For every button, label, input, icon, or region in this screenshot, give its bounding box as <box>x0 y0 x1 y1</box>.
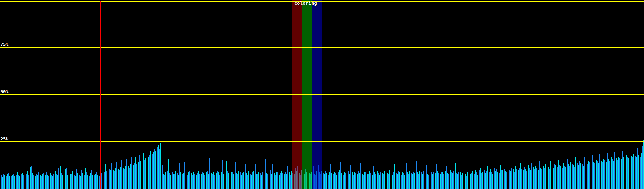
histogram-bar <box>2 177 3 189</box>
histogram-bar <box>130 164 131 189</box>
histogram-bar <box>496 169 497 189</box>
histogram-bar <box>269 173 269 189</box>
histogram-bar <box>367 174 368 189</box>
histogram-bar <box>143 153 144 189</box>
histogram-bar <box>347 174 347 189</box>
histogram-bar <box>598 163 599 189</box>
histogram-bar <box>46 172 47 189</box>
histogram-bar <box>60 166 61 189</box>
histogram-bar <box>572 164 573 189</box>
histogram-bar <box>31 166 32 189</box>
histogram-bar <box>91 170 92 189</box>
histogram-bar <box>567 159 568 189</box>
histogram-bar <box>79 175 80 189</box>
histogram-bar <box>147 152 147 189</box>
histogram-bar <box>179 163 180 189</box>
histogram-bar <box>41 176 42 189</box>
histogram-bar <box>253 171 254 189</box>
histogram-bar <box>345 173 346 189</box>
histogram-bar <box>218 172 219 189</box>
histogram-bar <box>72 171 73 189</box>
histogram-bar <box>99 176 100 189</box>
histogram-bar <box>538 170 539 189</box>
histogram-bar <box>448 174 449 189</box>
histogram-bar <box>377 171 378 189</box>
histogram-bar <box>368 174 369 189</box>
histogram-bar <box>331 173 332 189</box>
histogram-bar <box>547 166 547 189</box>
histogram-bar <box>233 174 234 189</box>
histogram-bar <box>109 169 110 189</box>
tick-label-50: 50% <box>0 89 9 94</box>
histogram-bar <box>461 175 462 189</box>
histogram-bar <box>577 163 578 189</box>
histogram-bar <box>115 168 116 189</box>
histogram-bar <box>362 174 363 189</box>
histogram-bar <box>158 145 159 189</box>
histogram-bar <box>447 173 448 189</box>
histogram-bar <box>339 170 340 189</box>
histogram-bar <box>275 175 276 189</box>
histogram-bar <box>369 171 370 189</box>
histogram-bar <box>118 169 119 189</box>
histogram-bar <box>341 173 342 189</box>
histogram-bar <box>336 175 337 189</box>
histogram-bar <box>40 175 41 189</box>
histogram-bar <box>252 172 253 189</box>
histogram-bar <box>325 171 326 189</box>
histogram-bar <box>155 151 156 189</box>
histogram-bar <box>55 171 56 189</box>
histogram-bar <box>628 158 629 189</box>
histogram-bar <box>23 175 24 189</box>
histogram-bar <box>32 173 33 189</box>
histogram-bar <box>324 174 325 189</box>
histogram-bar <box>541 169 542 189</box>
histogram-bar <box>142 159 142 189</box>
histogram-bar <box>555 165 556 189</box>
histogram-bar <box>580 163 581 189</box>
histogram-bar <box>238 171 239 189</box>
histogram-bar <box>426 165 427 189</box>
histogram-bar <box>612 159 613 189</box>
histogram-bar <box>485 173 486 189</box>
histogram-bar <box>74 175 75 189</box>
histogram-bar <box>232 172 233 189</box>
histogram-bar <box>579 161 580 189</box>
histogram-bar <box>433 172 434 189</box>
histogram-bar <box>359 173 360 189</box>
histogram-bar <box>246 173 247 189</box>
histogram-bar <box>187 175 188 189</box>
histogram-bar <box>592 155 593 189</box>
histogram-bar <box>344 172 345 189</box>
histogram-bar <box>392 175 393 189</box>
histogram-bar <box>230 175 230 189</box>
bitrate-histogram-chart: coloring 75%50%25% <box>0 0 644 189</box>
gridline-100 <box>0 1 644 2</box>
histogram-bar <box>159 149 160 189</box>
histogram-bar <box>33 175 34 189</box>
histogram-bar <box>418 174 419 189</box>
histogram-bar <box>202 172 203 189</box>
histogram-bar <box>95 174 96 189</box>
histogram-bar <box>396 173 397 189</box>
histogram-bar <box>22 173 23 189</box>
histogram-bar <box>121 160 122 189</box>
histogram-bar <box>640 157 641 189</box>
histogram-bar <box>594 163 595 189</box>
histogram-bar <box>213 172 214 189</box>
histogram-bar <box>8 173 9 189</box>
histogram-bar <box>174 174 175 189</box>
histogram-bar <box>133 165 134 189</box>
histogram-bar <box>451 172 452 189</box>
histogram-bar <box>154 149 155 189</box>
histogram-bar <box>221 172 222 189</box>
histogram-bar <box>427 174 428 189</box>
histogram-bar <box>474 174 475 189</box>
histogram-bar <box>513 169 514 189</box>
histogram-bar <box>329 172 330 189</box>
histogram-bar <box>276 172 277 189</box>
histogram-bar <box>248 171 249 189</box>
histogram-bar <box>14 176 15 189</box>
histogram-bar <box>557 167 558 189</box>
histogram-bar <box>623 157 624 189</box>
